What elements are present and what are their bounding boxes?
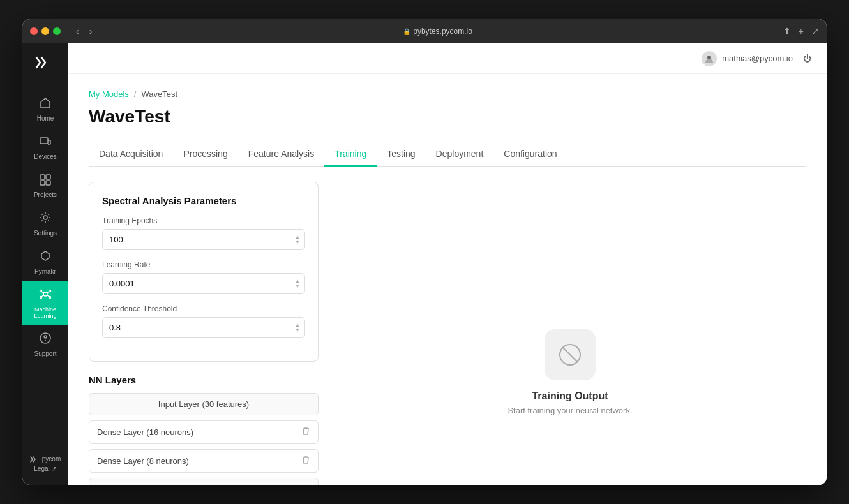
output-subtitle: Start training your neural network. — [507, 406, 632, 415]
url-bar[interactable]: 🔒 pybytes.pycom.io — [403, 27, 472, 36]
top-bar: mathias@pycom.io ⏻ — [68, 43, 827, 74]
learning-rate-spinner[interactable]: ▲▼ — [295, 279, 300, 289]
lock-icon: 🔒 — [403, 28, 410, 35]
empty-state-icon — [545, 329, 596, 380]
user-info: mathias@pycom.io ⏻ — [702, 51, 811, 66]
svg-rect-4 — [46, 181, 50, 185]
sidebar-item-devices[interactable]: Devices — [22, 128, 68, 167]
pycom-logo: pycom — [30, 456, 61, 463]
legal-text: Legal ↗ — [34, 465, 56, 472]
svg-line-14 — [47, 295, 50, 297]
training-epochs-label: Training Epochs — [102, 216, 305, 225]
layer-dense-8-label: Dense Layer (8 neurons) — [97, 456, 189, 466]
power-icon[interactable]: ⏻ — [803, 54, 811, 63]
confidence-threshold-group: Confidence Threshold ▲▼ — [102, 304, 305, 338]
training-epochs-group: Training Epochs ▲▼ — [102, 216, 305, 250]
titlebar: ‹ › 🔒 pybytes.pycom.io ⬆ + ⤢ — [22, 19, 827, 43]
titlebar-center: 🔒 pybytes.pycom.io — [92, 27, 783, 36]
panel-title: Spectral Analysis Parameters — [102, 195, 305, 206]
layer-input-label: Input Layer (30 features) — [158, 399, 249, 409]
output-title: Training Output — [532, 390, 608, 402]
training-epochs-input[interactable] — [102, 229, 305, 250]
layer-dense-16-label: Dense Layer (16 neurons) — [97, 427, 193, 437]
learning-rate-label: Learning Rate — [102, 260, 305, 269]
svg-line-13 — [41, 295, 44, 297]
learning-rate-group: Learning Rate ▲▼ — [102, 260, 305, 294]
confidence-threshold-wrapper: ▲▼ — [102, 317, 305, 338]
minimize-button[interactable] — [41, 27, 49, 35]
nn-layers-title: NN Layers — [89, 374, 319, 385]
settings-icon — [39, 211, 52, 227]
page-content: My Models / WaveTest WaveTest Data Acqui… — [68, 74, 827, 485]
close-button[interactable] — [30, 27, 38, 35]
pymakr-icon — [39, 249, 52, 265]
svg-rect-3 — [40, 181, 45, 185]
titlebar-actions: ⬆ + ⤢ — [783, 26, 819, 36]
tab-feature-analysis[interactable]: Feature Analysis — [238, 142, 325, 167]
breadcrumb-current: WaveTest — [141, 89, 177, 99]
tab-configuration[interactable]: Configuration — [493, 142, 567, 167]
learning-rate-input[interactable] — [102, 273, 305, 294]
confidence-threshold-input[interactable] — [102, 317, 305, 338]
maximize-button[interactable] — [53, 27, 61, 35]
user-email: mathias@pycom.io — [722, 54, 793, 63]
parameters-panel: Spectral Analysis Parameters Training Ep… — [89, 182, 319, 362]
sidebar-item-pymakr[interactable]: Pymakr — [22, 243, 68, 281]
sidebar-label-projects: Projects — [34, 191, 57, 198]
training-epochs-wrapper: ▲▼ — [102, 229, 305, 250]
breadcrumb-parent[interactable]: My Models — [89, 89, 129, 99]
tab-deployment[interactable]: Deployment — [426, 142, 494, 167]
svg-point-5 — [43, 216, 47, 219]
svg-line-12 — [47, 292, 50, 293]
svg-rect-0 — [40, 138, 48, 144]
training-epochs-spinner[interactable]: ▲▼ — [295, 235, 300, 245]
tab-testing[interactable]: Testing — [377, 142, 425, 167]
ml-icon — [39, 288, 52, 304]
sidebar-item-ml[interactable]: MachineLearning — [22, 281, 68, 325]
layer-output: Output Layer (1 classes) — [89, 478, 319, 485]
new-tab-icon[interactable]: + — [799, 26, 804, 36]
tab-training[interactable]: Training — [324, 142, 377, 167]
support-icon — [39, 332, 52, 348]
sidebar-item-settings[interactable]: Settings — [22, 205, 68, 243]
sidebar-label-devices: Devices — [34, 153, 57, 160]
sidebar-bottom: pycom Legal ↗ — [30, 450, 61, 477]
sidebar-label-pymakr: Pymakr — [34, 268, 56, 275]
confidence-threshold-label: Confidence Threshold — [102, 304, 305, 313]
confidence-threshold-spinner[interactable]: ▲▼ — [295, 323, 300, 333]
tabs: Data Acquisition Processing Feature Anal… — [89, 142, 806, 167]
pycom-text: pycom — [42, 456, 61, 463]
legal-link[interactable]: Legal ↗ — [34, 465, 56, 472]
traffic-lights — [30, 27, 61, 35]
sidebar-item-projects[interactable]: Projects — [22, 167, 68, 205]
left-panel: Spectral Analysis Parameters Training Ep… — [89, 182, 319, 485]
mac-window: ‹ › 🔒 pybytes.pycom.io ⬆ + ⤢ — [22, 19, 827, 485]
avatar — [702, 51, 717, 66]
tab-processing[interactable]: Processing — [173, 142, 237, 167]
tab-data-acquisition[interactable]: Data Acquisition — [89, 142, 173, 167]
expand-icon[interactable]: ⤢ — [811, 26, 819, 36]
learning-rate-wrapper: ▲▼ — [102, 273, 305, 294]
page-title: WaveTest — [89, 107, 806, 127]
devices-icon — [39, 135, 52, 151]
browser-nav: ‹ › — [76, 26, 92, 36]
content-grid: Spectral Analysis Parameters Training Ep… — [89, 182, 806, 485]
right-panel: Training Output Start training your neur… — [334, 182, 806, 485]
delete-dense-8-button[interactable] — [301, 456, 310, 466]
delete-dense-16-button[interactable] — [301, 427, 310, 438]
layer-dense-16: Dense Layer (16 neurons) — [89, 420, 319, 444]
main-area: mathias@pycom.io ⏻ My Models / WaveTest … — [68, 43, 827, 485]
share-icon[interactable]: ⬆ — [783, 26, 791, 36]
sidebar-label-ml: MachineLearning — [34, 306, 56, 319]
sidebar-item-home[interactable]: Home — [22, 90, 68, 128]
layer-dense-8: Dense Layer (8 neurons) — [89, 449, 319, 473]
app-content: Home Devices — [22, 43, 827, 485]
projects-icon — [39, 173, 52, 189]
home-icon — [39, 96, 52, 112]
sidebar-label-support: Support — [34, 350, 56, 357]
breadcrumb-separator: / — [134, 89, 137, 99]
sidebar: Home Devices — [22, 43, 68, 485]
sidebar-item-support[interactable]: Support — [22, 325, 68, 364]
back-button[interactable]: ‹ — [76, 26, 79, 36]
nn-layers-section: NN Layers Input Layer (30 features) Dens… — [89, 374, 319, 485]
